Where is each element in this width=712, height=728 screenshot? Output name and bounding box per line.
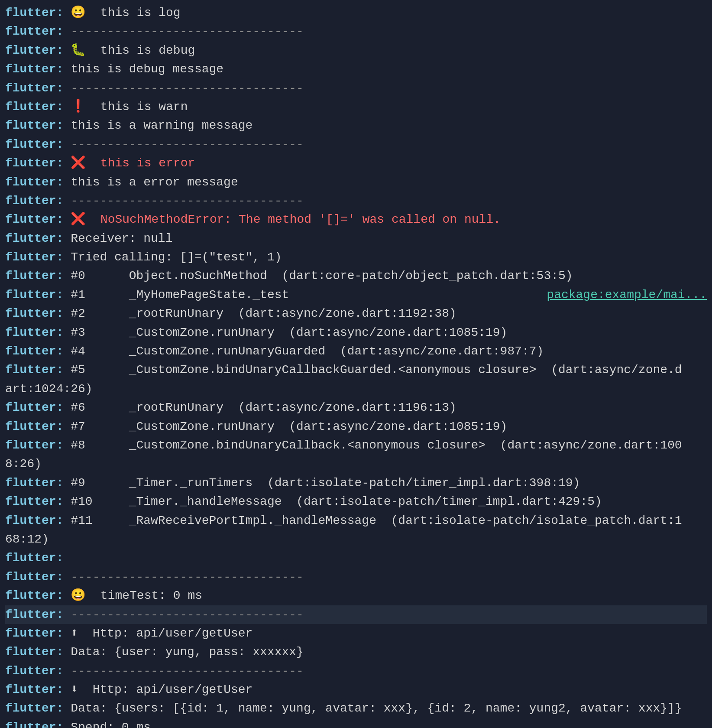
log-line: flutter: #11 _RawReceivePortImpl._handle… xyxy=(5,511,707,530)
log-line: flutter: Data: {user: yung, pass: xxxxxx… xyxy=(5,643,707,661)
log-line: flutter: #1 _MyHomePageState._testpackag… xyxy=(5,286,707,304)
log-line: flutter: #6 _rootRunUnary (dart:async/zo… xyxy=(5,398,707,417)
log-line: flutter: ❗ this is warn xyxy=(5,98,707,116)
log-line: flutter: this is debug message xyxy=(5,60,707,78)
log-line: flutter: -------------------------------… xyxy=(5,662,707,680)
log-line: flutter: -------------------------------… xyxy=(5,22,707,41)
log-line: flutter: #5 _CustomZone.bindUnaryCallbac… xyxy=(5,361,707,379)
log-line: flutter: ⬆️ Http: api/user/getUser xyxy=(5,624,707,643)
log-line: flutter: #2 _rootRunUnary (dart:async/zo… xyxy=(5,304,707,323)
log-line: flutter: 😀 this is log xyxy=(5,3,707,22)
log-line: flutter: #3 _CustomZone.runUnary (dart:a… xyxy=(5,323,707,342)
log-line: flutter: #10 _Timer._handleMessage (dart… xyxy=(5,492,707,511)
log-line: 68:12) xyxy=(5,530,707,549)
log-line: flutter: #0 Object.noSuchMethod (dart:co… xyxy=(5,266,707,285)
log-line: flutter: ❌ NoSuchMethodError: The method… xyxy=(5,210,707,229)
log-line: flutter: -------------------------------… xyxy=(5,192,707,210)
log-line: flutter: -------------------------------… xyxy=(5,135,707,154)
log-line: flutter: -------------------------------… xyxy=(5,79,707,98)
log-line: flutter: -------------------------------… xyxy=(5,605,707,624)
log-line: flutter: 🐛 this is debug xyxy=(5,41,707,60)
log-line: art:1024:26) xyxy=(5,380,707,398)
log-line: flutter: -------------------------------… xyxy=(5,568,707,586)
log-line: flutter: #4 _CustomZone.runUnaryGuarded … xyxy=(5,342,707,361)
log-line: flutter: ⬇️ Http: api/user/getUser xyxy=(5,680,707,699)
log-container: flutter: 😀 this is logflutter: ---------… xyxy=(5,3,707,728)
log-line: flutter: Spend: 0 ms xyxy=(5,718,707,728)
log-line: flutter: Receiver: null xyxy=(5,229,707,248)
log-line: flutter: ❌ this is error xyxy=(5,154,707,172)
log-line: 8:26) xyxy=(5,455,707,473)
log-line: flutter: Data: {users: [{id: 1, name: yu… xyxy=(5,699,707,718)
log-line: flutter: Tried calling: []=("test", 1) xyxy=(5,248,707,266)
log-line: flutter: this is a error message xyxy=(5,173,707,192)
log-line: flutter: #7 _CustomZone.runUnary (dart:a… xyxy=(5,417,707,436)
log-line: flutter: this is a warning message xyxy=(5,116,707,135)
log-line: flutter: xyxy=(5,549,707,567)
log-line: flutter: #8 _CustomZone.bindUnaryCallbac… xyxy=(5,436,707,455)
log-line: flutter: #9 _Timer._runTimers (dart:isol… xyxy=(5,474,707,492)
log-line: flutter: 😀 timeTest: 0 ms xyxy=(5,586,707,605)
